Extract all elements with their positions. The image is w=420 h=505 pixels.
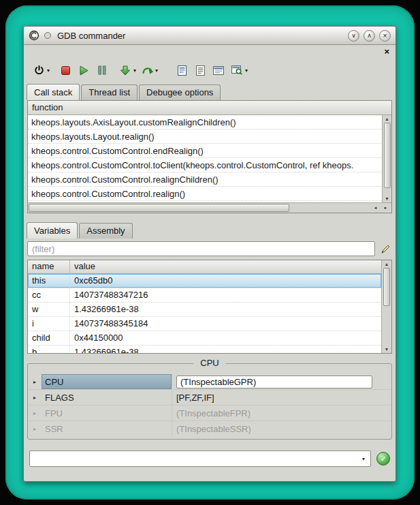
expander-icon[interactable]: ▸: [28, 390, 42, 405]
command-bar: ▾ ✓: [29, 450, 390, 467]
stack-tabbar: Call stack Thread list Debugee options: [24, 83, 395, 100]
scrollbar-thumb[interactable]: [29, 204, 289, 212]
cpu-row[interactable]: ▸ CPU (TInspectableGPR): [28, 374, 391, 390]
call-stack-list: kheops.layouts.AxisLayout.customRealignC…: [28, 115, 382, 202]
cpu-groupbox: CPU ▸ CPU (TInspectableGPR) ▸ FLAGS [PF,…: [27, 363, 392, 440]
window-menu-icon[interactable]: [44, 31, 52, 40]
desktop-background: GDB commander ∨ ∧ × × ▾: [0, 0, 420, 505]
callstack-frame-row[interactable]: kheops.control.CustomControl.endRealign(…: [28, 144, 382, 158]
expander-icon[interactable]: ▸: [28, 405, 42, 420]
inspect-window-button[interactable]: [229, 61, 244, 79]
dock-strip: ×: [24, 45, 395, 57]
scrollbar-thumb[interactable]: [384, 123, 391, 188]
pause-icon: [98, 65, 106, 75]
tab-assembly[interactable]: Assembly: [79, 223, 132, 239]
scroll-down-icon[interactable]: ▼: [385, 347, 389, 352]
column-header-name[interactable]: name: [28, 260, 70, 273]
scroll-left-icon[interactable]: ◂: [370, 204, 381, 212]
tab-debugee-options[interactable]: Debugee options: [139, 85, 221, 100]
cpu-groupbox-title: CPU: [193, 358, 225, 368]
step-over-button[interactable]: [140, 61, 155, 79]
callstack-horizontal-scrollbar[interactable]: ◂ ▸: [28, 202, 391, 213]
scroll-right-icon[interactable]: ▸: [381, 204, 391, 212]
variables-row[interactable]: cc 140737488347216: [28, 288, 381, 303]
power-button[interactable]: [31, 61, 46, 79]
callstack-frame-row[interactable]: kheops.layouts.Layout.realign(): [28, 129, 382, 144]
step-into-button[interactable]: [118, 61, 133, 79]
callstack-frame-row[interactable]: kheops.control.CustomControl.toClient(kh…: [28, 158, 382, 172]
call-list-icon: [196, 65, 205, 76]
pause-button[interactable]: [95, 61, 110, 79]
command-combobox[interactable]: ▾: [29, 450, 371, 467]
inspector-tabbar: Variables Assembly: [24, 221, 395, 239]
run-icon: [80, 65, 88, 76]
variables-table: name value this 0xc65db0 cc 140737488347…: [27, 260, 392, 354]
scroll-up-icon[interactable]: ▲: [385, 117, 389, 121]
pen-icon[interactable]: [379, 243, 392, 256]
close-button[interactable]: ×: [379, 30, 391, 42]
step-over-icon: [142, 65, 153, 75]
source-file-button[interactable]: [174, 61, 189, 79]
combo-chevron-icon[interactable]: ▾: [357, 451, 370, 466]
expander-icon[interactable]: ▸: [28, 374, 42, 389]
callstack-frame-row[interactable]: kheops.control.CustomControl.realign(): [28, 187, 382, 201]
window-title: GDB commander: [57, 31, 125, 41]
step-into-icon: [120, 65, 130, 76]
variables-row[interactable]: w 1.43266961e-38: [28, 303, 381, 317]
scroll-up-icon[interactable]: ▲: [385, 262, 389, 266]
app-icon: [29, 30, 39, 41]
step-into-menu-chevron-icon[interactable]: ▾: [133, 67, 136, 74]
filter-input[interactable]: [27, 241, 375, 256]
inspect-window-icon: [231, 65, 242, 75]
tab-call-stack[interactable]: Call stack: [27, 84, 80, 100]
variables-row[interactable]: child 0x44150000: [28, 331, 381, 346]
memory-view-icon: [213, 66, 224, 75]
expander-icon[interactable]: ▸: [28, 421, 42, 437]
minimize-button[interactable]: ∨: [348, 30, 359, 42]
cpu-row[interactable]: ▸ SSR (TInspectableSSR): [28, 421, 391, 437]
command-input[interactable]: [30, 451, 357, 466]
source-file-icon: [178, 65, 187, 76]
column-header-function[interactable]: function: [28, 101, 391, 115]
power-menu-chevron-icon[interactable]: ▾: [47, 67, 50, 74]
scroll-down-icon[interactable]: ▼: [385, 196, 389, 201]
inspect-menu-chevron-icon[interactable]: ▾: [245, 67, 248, 74]
gdb-commander-window: GDB commander ∨ ∧ × × ▾: [23, 26, 396, 482]
tab-thread-list[interactable]: Thread list: [81, 85, 138, 100]
run-button[interactable]: [76, 61, 91, 79]
stop-button[interactable]: [58, 61, 73, 79]
step-over-menu-chevron-icon[interactable]: ▾: [155, 67, 158, 74]
variables-vertical-scrollbar[interactable]: ▲ ▼: [381, 260, 391, 353]
callstack-vertical-scrollbar[interactable]: ▲ ▼: [382, 115, 391, 202]
cpu-row[interactable]: ▸ FLAGS [PF,ZF,IF]: [28, 390, 391, 405]
maximize-button[interactable]: ∧: [364, 30, 375, 42]
cpu-value-field[interactable]: (TInspectableGPR): [176, 376, 372, 388]
call-stack-table: function kheops.layouts.AxisLayout.custo…: [27, 100, 392, 213]
titlebar[interactable]: GDB commander ∨ ∧ ×: [24, 27, 395, 45]
call-list-button[interactable]: [193, 61, 208, 79]
toolbar: ▾ ▾: [24, 57, 395, 83]
filter-row: [27, 241, 392, 256]
power-icon: [34, 65, 44, 76]
tab-variables[interactable]: Variables: [27, 222, 78, 239]
stop-icon: [61, 66, 70, 75]
variables-row[interactable]: this 0xc65db0: [28, 274, 381, 288]
variables-row[interactable]: i 140737488345184: [28, 317, 381, 331]
callstack-frame-row[interactable]: kheops.control.CustomControl.realignChil…: [28, 172, 382, 187]
scrollbar-thumb[interactable]: [383, 268, 390, 306]
send-command-button[interactable]: ✓: [376, 452, 390, 465]
callstack-frame-row[interactable]: kheops.layouts.AxisLayout.customRealignC…: [28, 115, 382, 129]
variables-row[interactable]: b 1.43266961e-38: [28, 346, 381, 353]
panel-close-button[interactable]: ×: [384, 47, 389, 56]
memory-view-button[interactable]: [211, 61, 226, 79]
cpu-row[interactable]: ▸ FPU (TInspectableFPR): [28, 405, 391, 421]
column-header-value[interactable]: value: [70, 260, 381, 273]
